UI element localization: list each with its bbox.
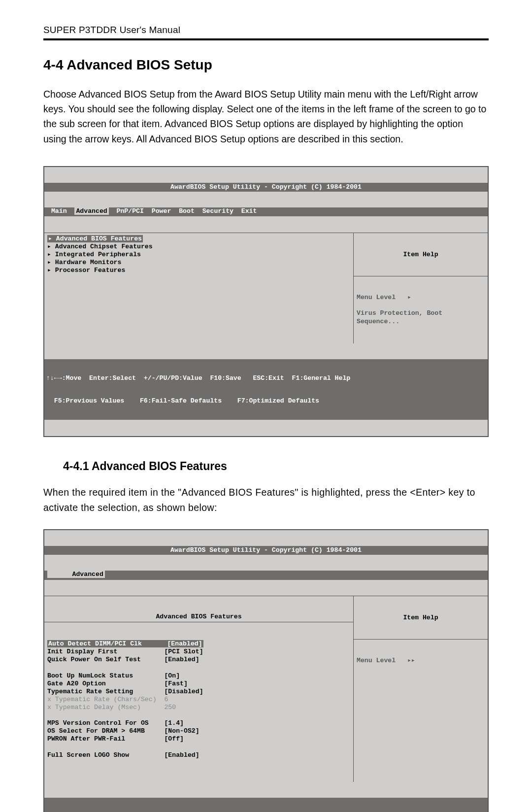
- bios2-help-title: Item Help: [357, 614, 485, 622]
- subsection-paragraph: When the required item in the "Advanced …: [43, 485, 489, 515]
- bios2-tabbar: Advanced: [44, 571, 488, 579]
- bios1-tabbar: Main Advanced PnP/PCI Power Boot Securit…: [44, 207, 488, 216]
- page-header: SUPER P3TDDR User's Manual: [43, 25, 489, 40]
- bios2-footer: ↑↓←→:Move Enter:Select +/-/PU/PD:Value F…: [44, 798, 488, 812]
- bios2-title: AwardBIOS Setup Utility - Copyright (C) …: [44, 546, 488, 555]
- bios1-help: Item Help Menu Level ▸ Virus Protection,…: [353, 233, 488, 343]
- bios-screenshot-1: AwardBIOS Setup Utility - Copyright (C) …: [43, 166, 489, 437]
- bios2-main: Advanced BIOS Features Auto Detect DIMM/…: [44, 596, 353, 782]
- bios-screenshot-2: AwardBIOS Setup Utility - Copyright (C) …: [43, 529, 489, 812]
- bios1-footer: ↑↓←→:Move Enter:Select +/-/PU/PD:Value F…: [44, 359, 488, 420]
- intro-paragraph: Choose Advanced BIOS Setup from the Awar…: [43, 87, 489, 146]
- bios1-menu: ▸ Advanced BIOS Features▸ Advanced Chips…: [44, 233, 353, 343]
- bios2-tab-advanced: Advanced: [47, 571, 105, 578]
- bios1-footer-line2: F5:Previous Values F6:Fail-Safe Defaults…: [46, 397, 486, 405]
- section-title: 4-4 Advanced BIOS Setup: [43, 57, 489, 73]
- bios1-footer-line1: ↑↓←→:Move Enter:Select +/-/PU/PD:Value F…: [46, 374, 486, 382]
- bios2-help: Item Help Menu Level ▸▸: [353, 596, 488, 782]
- subsection-title: 4-4.1 Advanced BIOS Features: [63, 460, 489, 473]
- bios1-title: AwardBIOS Setup Utility - Copyright (C) …: [44, 183, 488, 192]
- bios2-pane-title: Advanced BIOS Features: [44, 612, 353, 622]
- bios1-help-title: Item Help: [357, 251, 485, 259]
